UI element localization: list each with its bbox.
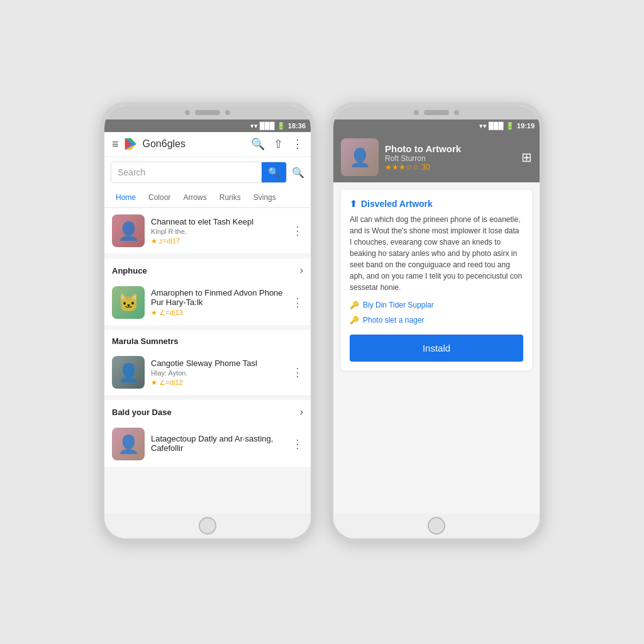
app-name-4: Latagectoup Datly and Ar·sasting, Cafefo…	[151, 434, 286, 453]
section-title-anphuce: Anphuce	[112, 266, 147, 275]
app-rating-3: ★ ∠=d|12	[151, 379, 286, 387]
app-detail-name: Photo to Artwork	[385, 143, 515, 154]
search-bar: Search 🔍 🔍	[104, 157, 311, 188]
app-detail-thumb: 👤	[341, 138, 379, 176]
app-list: 👤 Channeat to elet Tash Keepl Kinpl R·th…	[104, 208, 311, 513]
play-header: ≡ Gon6gles 🔍 ⇧ ⋮	[104, 132, 311, 157]
detail-description: All can which dog the prineen phone of i…	[350, 214, 523, 293]
tab-coloor[interactable]: Coloor	[142, 188, 177, 208]
app-dev-1: Kinpl R·the.	[151, 228, 286, 235]
app-more-2[interactable]: ⋮	[292, 296, 303, 309]
tab-ruriks[interactable]: Ruriks	[213, 188, 247, 208]
status-time-right: 19:19	[517, 122, 535, 130]
phone-home-btn-right[interactable]	[333, 513, 540, 538]
hamburger-icon[interactable]: ≡	[112, 138, 119, 151]
wifi-icon: ▾▾	[250, 122, 258, 130]
search-button-blue[interactable]: 🔍	[262, 162, 286, 182]
app-more-4[interactable]: ⋮	[292, 437, 303, 451]
app-thumb-2: 🐱	[112, 286, 145, 319]
app-info-3: Cangotie Sleway Phome Tasl Hlay: Ayton. …	[151, 358, 286, 387]
app-detail-header: 👤 Photo to Artwork Roft Sturron ★★★☆☆ 30…	[333, 132, 540, 182]
search-icon-outline[interactable]: 🔍	[292, 167, 304, 179]
status-bar-right: ▾▾ ▉▉▉ 🔋 19:19	[333, 119, 540, 132]
lock-icon-1: 🔑	[350, 301, 359, 309]
section-arrow-bald: ›	[300, 406, 303, 418]
grid-icon[interactable]: ⊞	[521, 150, 532, 165]
app-detail-dev: Roft Sturron	[385, 154, 515, 163]
detail-card: ⬆ Disveled Artwork All can which dog the…	[341, 190, 532, 370]
install-button[interactable]: Instald	[350, 335, 523, 362]
signal-icon: ▉▉▉	[260, 122, 275, 130]
section-bald[interactable]: Bald your Dase ›	[104, 400, 311, 421]
thumb-face-2: 🐱	[112, 286, 145, 319]
list-item[interactable]: 👤 Cangotie Sleway Phome Tasl Hlay: Ayton…	[104, 350, 311, 395]
search-icon-blue: 🔍	[268, 167, 280, 178]
list-item[interactable]: 👤 Latagectoup Datly and Ar·sasting, Cafe…	[104, 421, 311, 467]
app-thumb-1: 👤	[112, 214, 145, 247]
wifi-icon-right: ▾▾	[479, 122, 487, 130]
app-name-3: Cangotie Sleway Phome Tasl	[151, 358, 286, 368]
signal-icon-right: ▉▉▉	[489, 122, 504, 130]
home-circle-right	[428, 517, 445, 535]
app-more-1[interactable]: ⋮	[292, 224, 303, 238]
left-phone: ▾▾ ▉▉▉ 🔋 18:36 ≡ Gon6gles 🔍 ⇧ ⋮ Search	[101, 102, 314, 542]
search-input-wrap[interactable]: Search 🔍	[111, 162, 287, 183]
app-thumb-4: 👤	[112, 428, 145, 460]
thumb-face-1: 👤	[112, 214, 145, 247]
app-detail-info: Photo to Artwork Roft Sturron ★★★☆☆ 30	[385, 143, 515, 172]
status-icons-left: ▾▾ ▉▉▉ 🔋	[250, 122, 286, 130]
battery-icon: 🔋	[277, 122, 286, 130]
app-info-4: Latagectoup Datly and Ar·sasting, Cafefo…	[151, 434, 286, 455]
app-thumb-3: 👤	[112, 356, 145, 389]
home-circle-left	[199, 517, 216, 535]
section-anphuce[interactable]: Anphuce ›	[104, 258, 311, 280]
search-icon-header[interactable]: 🔍	[251, 137, 265, 151]
app-info-1: Channeat to elet Tash Keepl Kinpl R·the.…	[151, 217, 286, 245]
app-name-2: Amarophen to Finmed Advon Phone Pur Hary…	[151, 288, 286, 307]
phone-dot-r2	[454, 110, 459, 115]
tab-home[interactable]: Home	[109, 188, 142, 208]
phone-speaker	[195, 110, 220, 115]
lock-icon-2: 🔑	[350, 316, 359, 325]
section-title-bald: Bald your Dase	[112, 408, 172, 417]
status-time-left: 18:36	[288, 122, 306, 130]
thumb-face-detail: 👤	[341, 138, 379, 176]
tab-arrows[interactable]: Arrows	[177, 188, 213, 208]
search-placeholder[interactable]: Search	[111, 163, 262, 182]
phone-dot-r1	[414, 110, 419, 115]
status-icons-right: ▾▾ ▉▉▉ 🔋	[479, 122, 514, 130]
right-phone: ▾▾ ▉▉▉ 🔋 19:19 👤 Photo to Artwork Roft S…	[330, 102, 543, 542]
status-bar-left: ▾▾ ▉▉▉ 🔋 18:36	[104, 119, 311, 132]
phone-dot	[185, 110, 190, 115]
play-store-title: Gon6gles	[143, 138, 186, 150]
list-item[interactable]: 🐱 Amarophen to Finmed Advon Phone Pur Ha…	[104, 280, 311, 325]
section-title-marula: Marula Sumnetrs	[112, 336, 178, 346]
play-logo-area: ≡ Gon6gles	[112, 137, 186, 151]
phone-home-btn-left[interactable]	[104, 513, 311, 538]
app-detail-body: ⬆ Disveled Artwork All can which dog the…	[333, 182, 540, 513]
battery-icon-right: 🔋	[506, 122, 514, 130]
detail-section-title: ⬆ Disveled Artwork	[350, 199, 523, 209]
app-dev-3: Hlay: Ayton.	[151, 369, 286, 377]
nav-tabs: Home Coloor Arrows Ruriks Svings	[104, 188, 311, 208]
app-rating-2: ★ ∠=d|13	[151, 309, 286, 317]
phone-speaker-right	[424, 110, 449, 115]
tab-svings[interactable]: Svings	[247, 188, 282, 208]
phone-top-bar-right	[333, 106, 540, 119]
thumb-face-3: 👤	[112, 356, 145, 389]
list-item[interactable]: 👤 Channeat to elet Tash Keepl Kinpl R·th…	[104, 208, 311, 253]
detail-link-2[interactable]: 🔑 Photo slet a nager	[350, 316, 523, 325]
phone-top-bar-left	[104, 106, 311, 119]
more-icon[interactable]: ⋮	[292, 137, 303, 151]
play-store-icon	[124, 137, 138, 151]
rating-count: 30	[421, 163, 430, 172]
detail-link-1[interactable]: 🔑 Biy Din Tider Supplar	[350, 301, 523, 309]
app-rating-1: ★ z=d|17	[151, 237, 286, 245]
play-header-icons: 🔍 ⇧ ⋮	[251, 137, 303, 151]
section-arrow-anphuce: ›	[300, 265, 303, 276]
app-more-3[interactable]: ⋮	[292, 365, 303, 379]
share-icon[interactable]: ⇧	[274, 137, 283, 151]
app-info-2: Amarophen to Finmed Advon Phone Pur Hary…	[151, 288, 286, 317]
app-detail-rating: ★★★☆☆ 30	[385, 163, 515, 172]
stars-icon: ★★★☆☆	[385, 163, 419, 172]
